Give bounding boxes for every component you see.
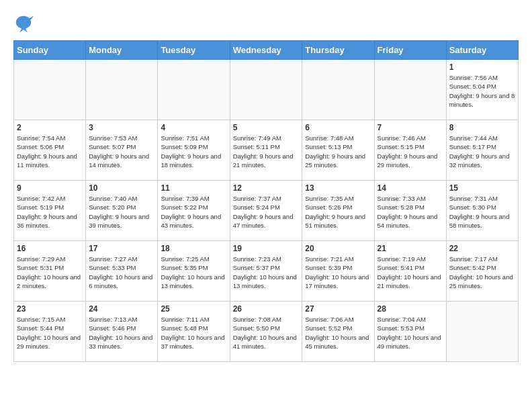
day-number: 18 bbox=[161, 244, 226, 253]
calendar-day-cell bbox=[302, 60, 374, 120]
calendar-week-row: 2Sunrise: 7:54 AM Sunset: 5:06 PM Daylig… bbox=[14, 120, 519, 181]
day-number: 19 bbox=[233, 244, 300, 253]
day-number: 27 bbox=[305, 304, 371, 314]
logo bbox=[13, 13, 36, 34]
day-number: 17 bbox=[89, 244, 154, 253]
day-number: 7 bbox=[378, 123, 443, 132]
day-info: Sunrise: 7:31 AM Sunset: 5:30 PM Dayligh… bbox=[449, 194, 515, 230]
day-number: 25 bbox=[161, 304, 226, 314]
calendar-day-cell: 7Sunrise: 7:46 AM Sunset: 5:15 PM Daylig… bbox=[374, 120, 446, 181]
day-info: Sunrise: 7:40 AM Sunset: 5:20 PM Dayligh… bbox=[89, 194, 154, 230]
day-number: 10 bbox=[89, 183, 154, 193]
calendar-day-cell: 28Sunrise: 7:04 AM Sunset: 5:53 PM Dayli… bbox=[374, 302, 446, 362]
page-container: SundayMondayTuesdayWednesdayThursdayFrid… bbox=[13, 13, 519, 362]
calendar-day-cell: 18Sunrise: 7:25 AM Sunset: 5:35 PM Dayli… bbox=[158, 241, 230, 302]
calendar-day-cell: 19Sunrise: 7:23 AM Sunset: 5:37 PM Dayli… bbox=[230, 241, 302, 302]
calendar-day-cell: 4Sunrise: 7:51 AM Sunset: 5:09 PM Daylig… bbox=[158, 120, 230, 181]
day-info: Sunrise: 7:25 AM Sunset: 5:35 PM Dayligh… bbox=[161, 255, 226, 290]
day-info: Sunrise: 7:53 AM Sunset: 5:07 PM Dayligh… bbox=[89, 134, 154, 169]
calendar-day-cell: 21Sunrise: 7:19 AM Sunset: 5:41 PM Dayli… bbox=[374, 241, 446, 302]
day-number: 23 bbox=[17, 304, 83, 314]
calendar-day-cell: 3Sunrise: 7:53 AM Sunset: 5:07 PM Daylig… bbox=[86, 120, 158, 181]
day-info: Sunrise: 7:33 AM Sunset: 5:28 PM Dayligh… bbox=[378, 194, 443, 230]
calendar-day-cell: 9Sunrise: 7:42 AM Sunset: 5:19 PM Daylig… bbox=[14, 181, 86, 241]
day-info: Sunrise: 7:49 AM Sunset: 5:11 PM Dayligh… bbox=[233, 134, 300, 169]
day-number: 15 bbox=[449, 183, 515, 193]
day-number: 13 bbox=[305, 183, 371, 193]
day-of-week-header: Saturday bbox=[446, 41, 518, 60]
day-number: 24 bbox=[89, 304, 154, 314]
day-info: Sunrise: 7:39 AM Sunset: 5:22 PM Dayligh… bbox=[161, 194, 226, 230]
day-of-week-header: Sunday bbox=[14, 41, 86, 60]
day-info: Sunrise: 7:04 AM Sunset: 5:53 PM Dayligh… bbox=[378, 315, 443, 351]
day-number: 21 bbox=[378, 244, 443, 253]
calendar-day-cell: 20Sunrise: 7:21 AM Sunset: 5:39 PM Dayli… bbox=[302, 241, 374, 302]
calendar-week-row: 16Sunrise: 7:29 AM Sunset: 5:31 PM Dayli… bbox=[14, 241, 519, 302]
calendar-week-row: 23Sunrise: 7:15 AM Sunset: 5:44 PM Dayli… bbox=[14, 302, 519, 362]
day-number: 20 bbox=[305, 244, 371, 253]
page-header bbox=[13, 13, 519, 34]
calendar-day-cell: 24Sunrise: 7:13 AM Sunset: 5:46 PM Dayli… bbox=[86, 302, 158, 362]
calendar-day-cell: 14Sunrise: 7:33 AM Sunset: 5:28 PM Dayli… bbox=[374, 181, 446, 241]
calendar-day-cell bbox=[374, 60, 446, 120]
day-info: Sunrise: 7:29 AM Sunset: 5:31 PM Dayligh… bbox=[17, 255, 83, 290]
day-number: 8 bbox=[449, 123, 515, 132]
calendar-day-cell bbox=[14, 60, 86, 120]
day-info: Sunrise: 7:37 AM Sunset: 5:24 PM Dayligh… bbox=[233, 194, 300, 230]
day-info: Sunrise: 7:13 AM Sunset: 5:46 PM Dayligh… bbox=[89, 315, 154, 351]
calendar-day-cell: 8Sunrise: 7:44 AM Sunset: 5:17 PM Daylig… bbox=[446, 120, 518, 181]
day-number: 2 bbox=[17, 123, 83, 132]
calendar-day-cell: 5Sunrise: 7:49 AM Sunset: 5:11 PM Daylig… bbox=[230, 120, 302, 181]
calendar-week-row: 1Sunrise: 7:56 AM Sunset: 5:04 PM Daylig… bbox=[14, 60, 519, 120]
day-number: 12 bbox=[233, 183, 300, 193]
logo-icon bbox=[13, 13, 34, 34]
day-of-week-header: Tuesday bbox=[158, 41, 230, 60]
day-of-week-header: Wednesday bbox=[230, 41, 302, 60]
day-number: 14 bbox=[378, 183, 443, 193]
calendar-day-cell: 6Sunrise: 7:48 AM Sunset: 5:13 PM Daylig… bbox=[302, 120, 374, 181]
day-info: Sunrise: 7:06 AM Sunset: 5:52 PM Dayligh… bbox=[305, 315, 371, 351]
calendar-day-cell: 23Sunrise: 7:15 AM Sunset: 5:44 PM Dayli… bbox=[14, 302, 86, 362]
day-number: 5 bbox=[233, 123, 300, 132]
calendar-day-cell: 17Sunrise: 7:27 AM Sunset: 5:33 PM Dayli… bbox=[86, 241, 158, 302]
day-of-week-header: Thursday bbox=[302, 41, 374, 60]
day-number: 6 bbox=[305, 123, 371, 132]
day-of-week-header: Monday bbox=[86, 41, 158, 60]
day-info: Sunrise: 7:51 AM Sunset: 5:09 PM Dayligh… bbox=[161, 134, 226, 169]
day-info: Sunrise: 7:42 AM Sunset: 5:19 PM Dayligh… bbox=[17, 194, 83, 230]
day-info: Sunrise: 7:48 AM Sunset: 5:13 PM Dayligh… bbox=[305, 134, 371, 169]
calendar-day-cell bbox=[446, 302, 518, 362]
day-number: 28 bbox=[378, 304, 443, 314]
calendar-day-cell: 16Sunrise: 7:29 AM Sunset: 5:31 PM Dayli… bbox=[14, 241, 86, 302]
day-number: 11 bbox=[161, 183, 226, 193]
day-info: Sunrise: 7:08 AM Sunset: 5:50 PM Dayligh… bbox=[233, 315, 300, 351]
day-info: Sunrise: 7:21 AM Sunset: 5:39 PM Dayligh… bbox=[305, 255, 371, 290]
day-number: 1 bbox=[449, 62, 515, 72]
day-number: 3 bbox=[89, 123, 154, 132]
day-info: Sunrise: 7:17 AM Sunset: 5:42 PM Dayligh… bbox=[449, 255, 515, 290]
day-info: Sunrise: 7:44 AM Sunset: 5:17 PM Dayligh… bbox=[449, 134, 515, 169]
calendar-day-cell: 27Sunrise: 7:06 AM Sunset: 5:52 PM Dayli… bbox=[302, 302, 374, 362]
day-number: 9 bbox=[17, 183, 83, 193]
calendar-day-cell: 12Sunrise: 7:37 AM Sunset: 5:24 PM Dayli… bbox=[230, 181, 302, 241]
calendar-day-cell: 25Sunrise: 7:11 AM Sunset: 5:48 PM Dayli… bbox=[158, 302, 230, 362]
calendar-day-cell: 11Sunrise: 7:39 AM Sunset: 5:22 PM Dayli… bbox=[158, 181, 230, 241]
day-info: Sunrise: 7:23 AM Sunset: 5:37 PM Dayligh… bbox=[233, 255, 300, 290]
calendar-day-cell: 13Sunrise: 7:35 AM Sunset: 5:26 PM Dayli… bbox=[302, 181, 374, 241]
day-info: Sunrise: 7:27 AM Sunset: 5:33 PM Dayligh… bbox=[89, 255, 154, 290]
calendar-week-row: 9Sunrise: 7:42 AM Sunset: 5:19 PM Daylig… bbox=[14, 181, 519, 241]
day-info: Sunrise: 7:46 AM Sunset: 5:15 PM Dayligh… bbox=[378, 134, 443, 169]
day-info: Sunrise: 7:15 AM Sunset: 5:44 PM Dayligh… bbox=[17, 315, 83, 351]
calendar-day-cell: 15Sunrise: 7:31 AM Sunset: 5:30 PM Dayli… bbox=[446, 181, 518, 241]
day-info: Sunrise: 7:54 AM Sunset: 5:06 PM Dayligh… bbox=[17, 134, 83, 169]
calendar-day-cell: 10Sunrise: 7:40 AM Sunset: 5:20 PM Dayli… bbox=[86, 181, 158, 241]
day-number: 4 bbox=[161, 123, 226, 132]
day-info: Sunrise: 7:11 AM Sunset: 5:48 PM Dayligh… bbox=[161, 315, 226, 351]
calendar-day-cell: 1Sunrise: 7:56 AM Sunset: 5:04 PM Daylig… bbox=[446, 60, 518, 120]
calendar-day-cell bbox=[86, 60, 158, 120]
day-info: Sunrise: 7:19 AM Sunset: 5:41 PM Dayligh… bbox=[378, 255, 443, 290]
day-info: Sunrise: 7:35 AM Sunset: 5:26 PM Dayligh… bbox=[305, 194, 371, 230]
day-of-week-header: Friday bbox=[374, 41, 446, 60]
calendar-day-cell: 2Sunrise: 7:54 AM Sunset: 5:06 PM Daylig… bbox=[14, 120, 86, 181]
calendar-table: SundayMondayTuesdayWednesdayThursdayFrid… bbox=[13, 40, 519, 362]
